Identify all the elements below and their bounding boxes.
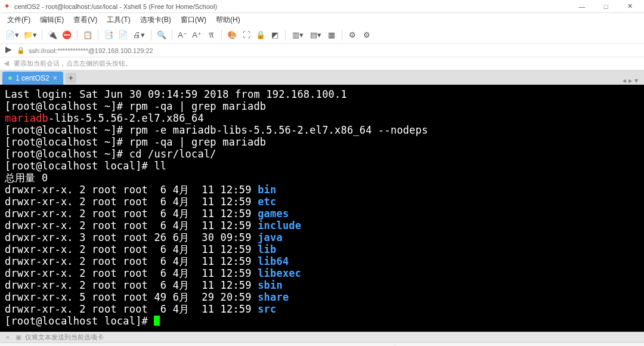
separator (342, 30, 342, 41)
address-text[interactable]: ssh://root:************@192.168.100.129:… (29, 47, 153, 54)
status-dot-icon (8, 76, 12, 80)
disconnect-icon[interactable]: ⛔ (60, 29, 73, 42)
list-item: drwxr-xr-x. 2 root root 6 4月 11 12:59 li… (5, 267, 639, 279)
menu-file[interactable]: 文件(F) (4, 14, 34, 26)
term-line: [root@localhost ~]# rpm -qa | grep maria… (5, 136, 639, 148)
app-icon: ✦ (2, 2, 11, 11)
transparency-icon[interactable]: ◩ (268, 29, 281, 42)
term-listing: drwxr-xr-x. 2 root root 6 4月 11 12:59 bi… (5, 184, 639, 315)
list-item: drwxr-xr-x. 2 root root 6 4月 11 12:59 ga… (5, 208, 639, 220)
hint-arrow-icon[interactable]: ⯇ (4, 60, 10, 67)
font-smaller-icon[interactable]: A⁻ (176, 29, 189, 42)
separator (221, 30, 222, 41)
status-bar: ssh://root@192.168.100.129:22 🔒 SSH2 xte… (0, 343, 644, 346)
list-item: drwxr-xr-x. 2 root root 6 4月 11 12:59 in… (5, 220, 639, 231)
maximize-button[interactable]: □ (594, 1, 618, 13)
msg-icon: ▣ (16, 333, 21, 341)
tool2-icon[interactable]: ⚙ (360, 29, 373, 42)
new-session-icon[interactable]: 📄▾ (4, 29, 20, 42)
menu-window[interactable]: 窗口(W) (177, 14, 210, 26)
color-scheme-icon[interactable]: 🎨 (225, 29, 239, 42)
term-line: mariadb-libs-5.5.56-2.el7.x86_64 (5, 112, 639, 124)
fullscreen-icon[interactable]: ⛶ (240, 29, 253, 42)
window-buttons: — □ ✕ (570, 1, 642, 13)
menu-tab[interactable]: 选项卡(B) (137, 14, 175, 26)
msg-close-icon[interactable]: × (4, 333, 12, 342)
cursor (154, 316, 160, 326)
term-line: [root@localhost ~]# rpm -e mariadb-libs-… (5, 124, 639, 136)
menu-edit[interactable]: 编辑(E) (36, 14, 67, 26)
tab-menu-icon[interactable]: ▾ (634, 76, 638, 85)
layout-tile-icon[interactable]: ▦ (325, 29, 338, 42)
layout-vertical-icon[interactable]: ▤▾ (307, 29, 324, 42)
font-icon[interactable]: 𝔄 (205, 29, 218, 42)
terminal[interactable]: Last login: Sat Jun 30 09:14:59 2018 fro… (0, 85, 644, 332)
tab-close-icon[interactable]: × (53, 74, 57, 82)
list-item: drwxr-xr-x. 2 root root 6 4月 11 12:59 sb… (5, 279, 639, 291)
term-last-login: Last login: Sat Jun 30 09:14:59 2018 fro… (5, 88, 639, 100)
layout-horizontal-icon[interactable]: ▥▾ (289, 29, 306, 42)
list-item: drwxr-xr-x. 2 root root 6 4月 11 12:59 sr… (5, 303, 639, 315)
msg-text: 仅将文本发送到当前选项卡 (25, 333, 104, 342)
separator (151, 30, 151, 41)
minimize-button[interactable]: — (570, 1, 594, 13)
address-bar: ⯈ 🔒 ssh://root:************@192.168.100.… (0, 44, 644, 57)
copy-icon[interactable]: 📑 (102, 29, 115, 42)
find-icon[interactable]: 🔍 (155, 29, 168, 42)
paste-icon[interactable]: 📄 (116, 29, 129, 42)
toolbar: 📄▾ 📁▾ 🔌 ⛔ 📋 📑 📄 🖨▾ 🔍 A⁻ A⁺ 𝔄 🎨 ⛶ 🔒 ◩ ▥▾ … (0, 26, 644, 44)
tab-strip: 1 centOS2 × + ◂ ▸ ▾ (0, 70, 644, 85)
close-button[interactable]: ✕ (618, 1, 642, 13)
properties-icon[interactable]: 📋 (81, 29, 94, 42)
tab-add-button[interactable]: + (66, 73, 76, 84)
menubar: 文件(F) 编辑(E) 查看(V) 工具(T) 选项卡(B) 窗口(W) 帮助(… (0, 13, 644, 26)
open-session-icon[interactable]: 📁▾ (21, 29, 38, 42)
tab-right-icon[interactable]: ▸ (628, 76, 632, 85)
separator (77, 30, 78, 41)
print-icon[interactable]: 🖨▾ (131, 29, 147, 42)
term-line: [root@localhost ~]# rpm -qa | grep maria… (5, 100, 639, 112)
list-item: drwxr-xr-x. 2 root root 6 4月 11 12:59 li… (5, 255, 639, 267)
list-item: drwxr-xr-x. 2 root root 6 4月 11 12:59 et… (5, 196, 639, 208)
message-bar: × ▣ 仅将文本发送到当前选项卡 (0, 332, 644, 343)
font-larger-icon[interactable]: A⁺ (190, 29, 203, 42)
separator (172, 30, 172, 41)
separator (98, 30, 98, 41)
separator (285, 30, 286, 41)
term-line: [root@localhost ~]# cd /usr/local/ (5, 148, 639, 160)
hint-bar: ⯇ 要添加当前会话，点击左侧的箭头按钮。 (0, 57, 644, 70)
tab-left-icon[interactable]: ◂ (623, 76, 626, 85)
lock-icon: 🔒 (17, 47, 25, 54)
hint-text: 要添加当前会话，点击左侧的箭头按钮。 (14, 59, 132, 68)
menu-view[interactable]: 查看(V) (70, 14, 101, 26)
list-item: drwxr-xr-x. 2 root root 6 4月 11 12:59 bi… (5, 184, 639, 196)
menu-tool[interactable]: 工具(T) (103, 14, 134, 26)
tab-strip-right: ◂ ▸ ▾ (623, 76, 642, 85)
nav-icon[interactable]: ⯈ (4, 46, 13, 55)
tab-centos2[interactable]: 1 centOS2 × (2, 72, 63, 85)
tab-label: 1 centOS2 (16, 74, 49, 82)
lock-icon[interactable]: 🔒 (254, 29, 267, 42)
term-total: 总用量 0 (5, 172, 639, 184)
menu-help[interactable]: 帮助(H) (212, 14, 244, 26)
reconnect-icon[interactable]: 🔌 (46, 29, 59, 42)
list-item: drwxr-xr-x. 2 root root 6 4月 11 12:59 li… (5, 243, 639, 255)
tool1-icon[interactable]: ⚙ (346, 29, 359, 42)
list-item: drwxr-xr-x. 5 root root 49 6月 29 20:59 s… (5, 291, 639, 303)
term-line: [root@localhost local]# ll (5, 160, 639, 172)
titlebar: ✦ centOS2 - root@localhost:/usr/local - … (0, 0, 644, 13)
separator (42, 30, 42, 41)
list-item: drwxr-xr-x. 3 root root 26 6月 30 09:59 j… (5, 231, 639, 243)
window-title: centOS2 - root@localhost:/usr/local - Xs… (14, 3, 570, 10)
term-prompt: [root@localhost local]# (5, 315, 639, 327)
